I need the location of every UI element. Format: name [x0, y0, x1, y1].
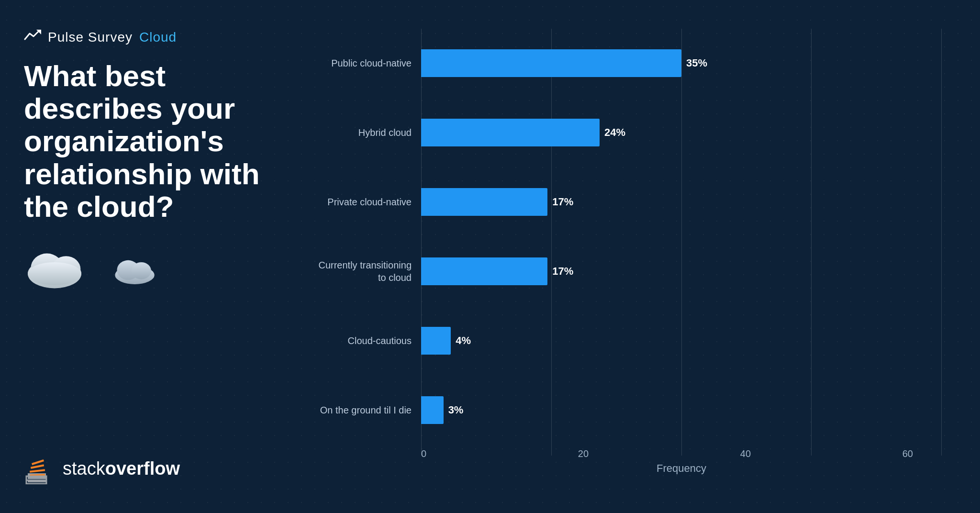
bar-track-2: 17%	[421, 188, 942, 216]
svg-rect-14	[32, 459, 44, 465]
cloud-label: Cloud	[139, 30, 177, 45]
bar-fill-1	[421, 119, 600, 146]
bar-row-1: Hybrid cloud24%	[316, 98, 942, 167]
bar-label-5: On the ground til I die	[316, 404, 421, 416]
bar-row-2: Private cloud-native17%	[316, 167, 942, 237]
cloud-large-icon	[24, 242, 100, 290]
stackoverflow-logo	[24, 453, 55, 484]
bar-label-1: Hybrid cloud	[316, 126, 421, 139]
right-panel: Public cloud-native35%Hybrid cloud24%Pri…	[297, 0, 980, 513]
cloud-small-icon	[110, 252, 163, 285]
bar-row-5: On the ground til I die3%	[316, 375, 942, 445]
brand-footer: stackoverflow	[24, 453, 273, 484]
svg-rect-12	[30, 469, 45, 472]
svg-rect-16	[26, 480, 46, 481]
x-axis-label: Frequency	[316, 462, 942, 475]
bar-value-3: 17%	[552, 265, 573, 278]
bar-row-0: Public cloud-native35%	[316, 29, 942, 98]
bar-track-4: 4%	[421, 327, 942, 355]
clouds-illustration	[24, 242, 273, 290]
bars-wrapper: Public cloud-native35%Hybrid cloud24%Pri…	[316, 29, 942, 445]
pulse-survey-label: Pulse Survey	[48, 30, 133, 45]
bar-label-3: Currently transitioning to cloud	[316, 259, 421, 284]
bar-track-5: 3%	[421, 396, 942, 424]
bar-label-4: Cloud-cautious	[316, 335, 421, 347]
bar-row-4: Cloud-cautious4%	[316, 306, 942, 375]
bar-value-2: 17%	[552, 196, 573, 208]
svg-rect-13	[31, 464, 44, 468]
bar-value-1: 24%	[604, 126, 625, 139]
bar-track-3: 17%	[421, 257, 942, 285]
bar-track-0: 35%	[421, 49, 942, 77]
main-question: What best describes your organization's …	[24, 60, 273, 223]
brand-stack: stack	[63, 458, 105, 479]
trend-icon	[24, 29, 41, 45]
svg-rect-9	[28, 477, 46, 479]
bar-track-1: 24%	[421, 119, 942, 146]
bar-label-0: Public cloud-native	[316, 57, 421, 69]
bar-fill-0	[421, 49, 681, 77]
bar-fill-4	[421, 327, 451, 355]
svg-point-4	[28, 262, 81, 285]
bar-fill-5	[421, 396, 444, 424]
brand-name: stackoverflow	[63, 458, 180, 479]
bar-value-4: 4%	[456, 335, 471, 347]
bar-value-0: 35%	[686, 57, 707, 69]
chart-container: Public cloud-native35%Hybrid cloud24%Pri…	[316, 29, 942, 475]
bar-fill-3	[421, 257, 547, 285]
bar-value-5: 3%	[448, 404, 464, 416]
survey-header: Pulse Survey Cloud	[24, 29, 273, 45]
svg-point-7	[132, 262, 151, 279]
bar-label-2: Private cloud-native	[316, 196, 421, 208]
bar-row-3: Currently transitioning to cloud17%	[316, 236, 942, 306]
brand-overflow: overflow	[105, 458, 180, 479]
left-panel: Pulse Survey Cloud What best describes y…	[0, 0, 297, 513]
bar-fill-2	[421, 188, 547, 216]
